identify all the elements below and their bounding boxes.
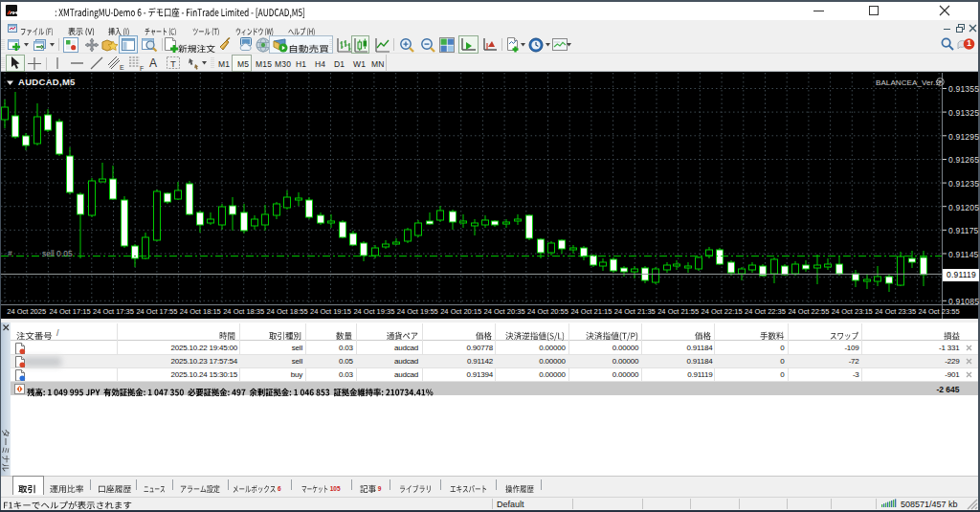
svg-text:1: 1 [967,38,971,48]
svg-text:E: E [120,64,124,71]
svg-text:T: T [170,58,176,69]
svg-text:F: F [140,65,144,72]
